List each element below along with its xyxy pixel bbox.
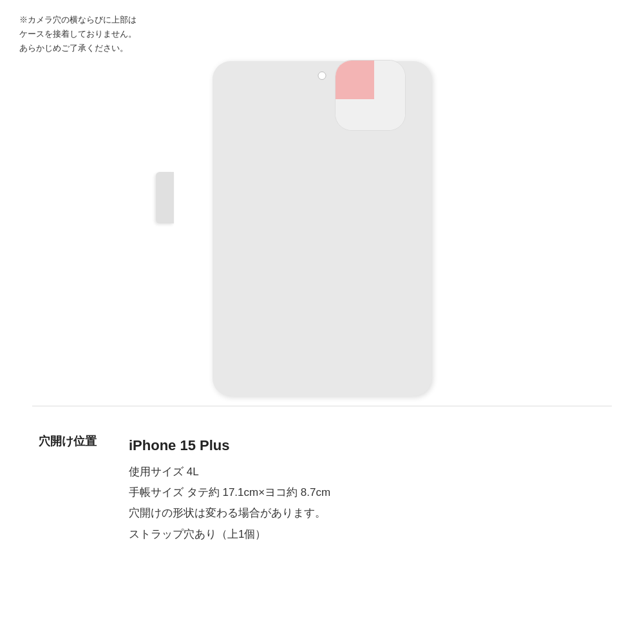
camera-note: ※カメラ穴の横ならびに上部はケースを接着しておりません。あらかじめご了承ください… (19, 13, 137, 55)
camera-cutout (335, 60, 406, 131)
model-name: iPhone 15 Plus (129, 432, 605, 459)
case-body (213, 61, 431, 396)
case-illustration: ※カメラ穴の横ならびに上部はケースを接着しておりません。あらかじめご了承ください… (0, 0, 644, 406)
info-label: 穴開け位置 (39, 433, 129, 449)
notebook-size: 手帳サイズ タテ約 17.1cm×ヨコ約 8.7cm (129, 482, 605, 503)
strap-info: ストラップ穴あり（上1個） (129, 524, 605, 545)
info-section: 穴開け位置 iPhone 15 Plus 使用サイズ 4L 手帳サイズ タテ約 … (0, 406, 644, 571)
info-content: iPhone 15 Plus 使用サイズ 4L 手帳サイズ タテ約 17.1cm… (129, 432, 605, 545)
page-container: ※カメラ穴の横ならびに上部はケースを接着しておりません。あらかじめご了承ください… (0, 0, 644, 644)
side-tab (156, 172, 174, 223)
size-label: 使用サイズ 4L (129, 462, 605, 482)
camera-note-text: ※カメラ穴の横ならびに上部はケースを接着しておりません。あらかじめご了承ください… (19, 15, 137, 53)
strap-hole (318, 71, 327, 80)
hole-shape: 穴開けの形状は変わる場合があります。 (129, 503, 605, 524)
camera-accent (336, 61, 374, 99)
illustration-wrapper (174, 23, 470, 396)
